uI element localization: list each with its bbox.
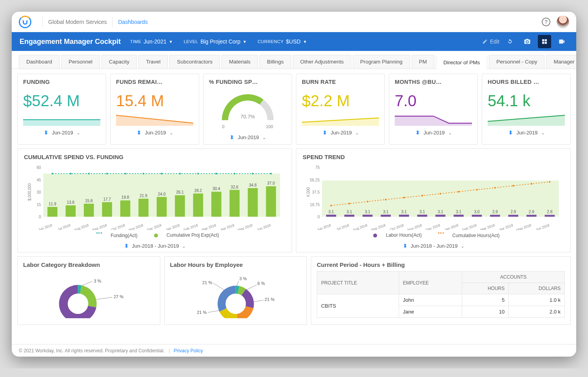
svg-text:Jan 2019: Jan 2019 [165,223,180,230]
bar-line-chart: 018.7537.556.2575#,0003.1Jun 20183.1Jul … [303,163,564,230]
workday-logo-icon[interactable] [19,16,31,28]
tab-director-of-pms[interactable]: Director of PMs [436,55,487,69]
period-selector[interactable]: Jun-2019⌄ [302,130,379,136]
chevron-down-icon: ⌄ [262,135,266,140]
svg-rect-106 [508,215,519,217]
svg-point-60 [124,173,126,174]
legend-cumexp: Cumulative Proj Exp(Act) [160,232,219,238]
svg-text:15.8: 15.8 [85,199,93,203]
period-value: Jun-2019 [330,130,352,136]
svg-text:34.8: 34.8 [249,183,257,187]
video-icon[interactable] [555,35,568,48]
filter-time-label: TIME [130,39,141,44]
svg-rect-17 [47,207,58,217]
caret-down-icon: ▼ [243,40,247,44]
svg-rect-91 [417,215,427,217]
filter-time[interactable]: TIME Jun-2021 ▼ [130,38,173,45]
svg-text:Jan 2019: Jan 2019 [444,223,459,230]
period-selector[interactable]: Jun-2019⌄ [23,130,100,136]
tab-materials[interactable]: Materials [221,55,258,69]
avatar[interactable] [557,16,569,28]
tab-manager-dashboard[interactable]: Manager Dashboard [546,55,576,69]
svg-text:56.25: 56.25 [310,178,319,182]
period-value: Jun-2019 [423,130,445,136]
legend-cum-hours: Cumulative Hours(Act) [446,233,500,238]
footer-privacy-link[interactable]: Privacy Policy [174,348,203,353]
filter-level[interactable]: LEVEL Big Project Corp ▼ [184,38,247,45]
svg-point-68 [270,173,272,174]
chevron-down-icon: ⌄ [541,130,545,136]
svg-line-137 [208,310,221,313]
kpi-card-1: FUNDS REMAI…15.4 M Jun-2019⌄ [110,74,199,145]
billing-table: PROJECT TITLE EMPLOYEE ACCOUNTS HOURS DO… [317,271,565,318]
pin-icon [136,130,142,136]
help-icon[interactable]: ? [542,18,550,26]
tab-program-planning[interactable]: Program Planning [353,55,410,69]
tab-subcontractors[interactable]: Subcontractors [169,55,220,69]
col-employee: EMPLOYEE [399,272,462,294]
period-value: Jun-2019 [516,130,537,136]
kpi-value: $52.4 M [23,93,100,109]
slice-label: 21 % [197,310,207,315]
camera-icon[interactable] [521,35,534,48]
org-name: Global Modern Services [48,19,107,25]
svg-point-125 [512,185,514,187]
svg-text:Nov 2018: Nov 2018 [407,223,423,230]
tab-travel[interactable]: Travel [138,55,168,69]
tab-personnel-copy[interactable]: Personnel - Copy [489,55,544,69]
chart-title: Labor Hours by Employee [170,261,301,268]
pencil-icon [482,39,488,44]
edit-button[interactable]: Edit [482,38,499,45]
svg-line-130 [82,281,93,286]
kpi-value: $2.2 M [302,93,379,109]
svg-text:13.8: 13.8 [67,200,74,205]
period-selector[interactable]: Jun-2019⌄ [395,130,472,136]
tab-other-adjustments[interactable]: Other Adjustments [293,55,351,69]
tab-personnel[interactable]: Personnel [61,55,100,69]
svg-point-57 [70,173,71,174]
kpi-card-4: MONTHS @BU…7.0 Jun-2019⌄ [389,74,478,145]
period-selector[interactable]: Jun-2019⌄ [488,130,565,136]
cell-dollars: 2.0 k [509,306,565,318]
chart-labor-category: Labor Category Breakdown 3 % 27 % [17,256,160,325]
svg-text:Mar 2019: Mar 2019 [201,223,216,230]
grid-view-icon[interactable] [538,35,551,48]
filter-currency-value: $USD [286,38,301,45]
cell-project: CBITS [317,294,399,318]
tab-billings[interactable]: Billings [260,55,291,69]
chart-legend: Funding(Act) Cumulative Proj Exp(Act) [24,232,285,239]
table-row[interactable]: CBITSJohn 5 1.0 k [317,294,565,306]
svg-rect-100 [472,215,482,217]
pin-icon [415,130,420,136]
kpi-value: 7.0 [395,93,472,109]
filter-currency[interactable]: CURRENCY $USD ▼ [258,38,307,45]
svg-text:37.5: 37.5 [312,190,320,194]
donut-chart: 3 % 27 % [23,271,154,318]
svg-point-132 [225,294,246,314]
period-selector[interactable]: Jun-2018 - Jun-2019 ⌄ [303,243,564,249]
period-selector[interactable]: Jun-2019⌄ [209,134,286,140]
period-selector[interactable]: Jun-2019⌄ [116,130,193,136]
svg-rect-1 [545,39,547,41]
tab-dashboard[interactable]: Dashboard [19,55,60,69]
chart-legend: Labor Hours(Act) Cumulative Hours(Act) [303,232,564,239]
period-selector[interactable]: Jun-2018 - Jun-2019 ⌄ [24,243,285,249]
tab-pm[interactable]: PM [412,55,434,69]
svg-point-127 [549,181,550,183]
svg-rect-97 [454,215,464,217]
chart-labor-employee: Labor Hours by Employee 21 % 3 % [164,256,307,325]
svg-rect-23 [84,204,94,217]
tab-capacity[interactable]: Capacity [102,55,137,69]
svg-text:18.75: 18.75 [310,203,319,207]
gauge-max: 100 [266,124,273,129]
svg-rect-38 [175,195,185,217]
svg-point-121 [439,193,441,194]
caret-down-icon: ▼ [303,40,307,44]
kpi-row: FUNDING$52.4 M Jun-2019⌄FUNDS REMAI…15.4… [17,74,571,145]
breadcrumb-dashboards[interactable]: Dashboards [118,19,148,25]
svg-rect-79 [344,215,354,217]
svg-text:2.9: 2.9 [529,210,534,214]
refresh-icon[interactable] [503,35,517,48]
pin-icon [402,243,408,249]
svg-rect-109 [526,215,537,217]
